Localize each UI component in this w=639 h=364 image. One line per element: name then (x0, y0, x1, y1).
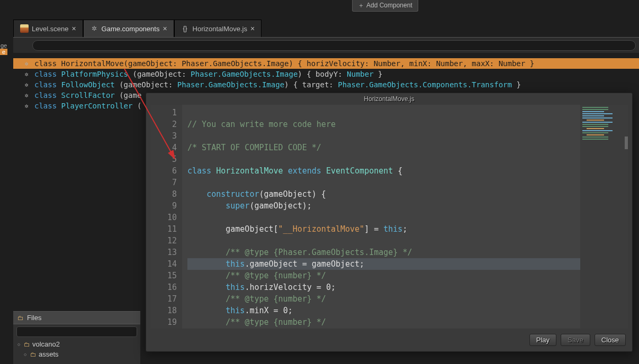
outline-item[interactable]: ✲class HorizontalMove(gameObject: Phaser… (13, 58, 639, 69)
tab-label: HorizontalMove.js (193, 25, 247, 33)
file-tree: ○🗀volcano2○🗀assets (13, 339, 140, 359)
toolbar-strip (13, 37, 639, 53)
folder-icon: 🗀 (30, 351, 37, 358)
close-icon[interactable]: × (71, 24, 76, 33)
close-icon[interactable]: × (163, 24, 167, 33)
chevron-icon[interactable]: ○ (24, 352, 28, 357)
outline-item[interactable]: ✲class FollowObject (gameObject: Phaser.… (13, 79, 639, 90)
close-button[interactable]: Close (595, 334, 626, 346)
tab-bar: Level.scene × ✲ Game.components × {} Hor… (13, 16, 262, 37)
files-header[interactable]: 🗀 Files (13, 312, 140, 324)
gear-icon: ✲ (23, 58, 30, 69)
left-strip: ge e (0, 42, 7, 63)
tree-item[interactable]: ○🗀volcano2 (13, 339, 140, 349)
add-component-button[interactable]: ＋Add Component (352, 0, 418, 12)
save-button[interactable]: Save (561, 334, 590, 346)
close-icon[interactable]: × (250, 24, 255, 33)
tab-horizontal-move-js[interactable]: {} HorizontalMove.js × (174, 20, 262, 37)
files-title: Files (27, 314, 41, 322)
gear-icon: ✲ (23, 101, 30, 111)
code-area[interactable]: 12345678910111213141516171819 // You can… (150, 105, 628, 329)
gear-icon: ✲ (90, 24, 98, 33)
files-search-input[interactable] (16, 326, 137, 337)
preview-title: HorizontalMove.js (146, 93, 632, 105)
gear-icon: ✲ (23, 69, 30, 79)
line-gutter: 12345678910111213141516171819 (150, 105, 182, 329)
files-panel: 🗀 Files ○🗀volcano2○🗀assets (13, 311, 140, 364)
code-text[interactable]: // You can write more code here /* START… (182, 105, 580, 329)
add-component-label: Add Component (366, 2, 412, 9)
js-file-icon: {} (181, 24, 190, 33)
tab-label: Level.scene (32, 25, 68, 33)
tab-label: Game.components (102, 25, 160, 33)
plus-icon: ＋ (358, 1, 364, 10)
play-button[interactable]: Play (529, 334, 556, 346)
gear-icon: ✲ (23, 79, 30, 90)
code-minimap[interactable] (580, 105, 628, 329)
outline-search-input[interactable] (32, 40, 636, 51)
gear-icon: ✲ (23, 90, 30, 101)
folder-icon: 🗀 (17, 314, 24, 322)
folder-icon: 🗀 (24, 341, 30, 348)
code-preview-panel: HorizontalMove.js 1234567891011121314151… (146, 93, 633, 352)
tab-level-scene[interactable]: Level.scene × (13, 20, 83, 37)
preview-footer: Play Save Close (146, 329, 632, 351)
outline-item[interactable]: ✲class PlatformPhysics (gameObject: Phas… (13, 69, 639, 79)
tab-game-components[interactable]: ✲ Game.components × (83, 20, 174, 37)
chevron-icon[interactable]: ○ (17, 342, 22, 347)
tree-item[interactable]: ○🗀assets (13, 349, 140, 359)
scene-icon (20, 24, 29, 33)
